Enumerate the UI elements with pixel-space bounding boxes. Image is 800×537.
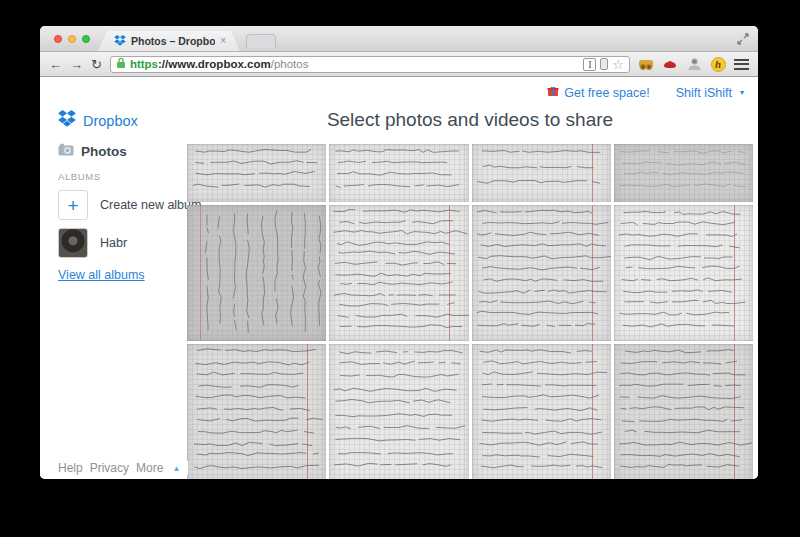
browser-toolbar: ← → ↻ https://www.dropbox.com/photos I ☆ <box>40 52 758 77</box>
account-menu[interactable]: Shift iShift ▾ <box>676 86 744 100</box>
dropbox-photos-page: Get free space! Shift iShift ▾ <box>40 78 758 479</box>
habr-extension-icon[interactable]: h <box>710 56 726 72</box>
account-label: Shift iShift <box>676 86 732 100</box>
menu-icon[interactable] <box>734 59 749 70</box>
photo-thumbnail[interactable] <box>187 205 326 341</box>
fullscreen-icon[interactable] <box>737 33 749 45</box>
brand-label: Dropbox <box>83 113 138 129</box>
photo-thumbnail[interactable] <box>187 344 326 479</box>
photo-thumbnail[interactable] <box>614 205 753 341</box>
title-bar[interactable]: Photos – Dropbox × <box>40 26 758 52</box>
new-tab-button[interactable] <box>246 34 276 48</box>
url-scheme: https <box>130 58 158 70</box>
reload-button[interactable]: ↻ <box>91 58 102 71</box>
zoom-button[interactable] <box>82 35 90 43</box>
view-all-albums-link[interactable]: View all albums <box>58 268 145 282</box>
photo-thumbnail[interactable] <box>472 344 611 479</box>
dropbox-logo-icon <box>58 110 76 131</box>
dropbox-brand-link[interactable]: Dropbox <box>58 110 138 131</box>
more-link[interactable]: More <box>136 461 163 475</box>
camera-icon <box>58 142 74 160</box>
bookmark-star-icon[interactable]: ☆ <box>612 58 624 71</box>
profile-extension-icon[interactable] <box>686 56 702 72</box>
gift-icon <box>547 85 559 100</box>
photo-thumbnail[interactable] <box>614 144 753 202</box>
forward-button[interactable]: → <box>70 58 83 71</box>
padlock-icon <box>116 57 126 71</box>
album-item-habr[interactable]: Habr <box>58 228 127 258</box>
chevron-down-icon: ▾ <box>740 88 744 97</box>
address-bar[interactable]: https://www.dropbox.com/photos I ☆ <box>110 56 630 73</box>
browser-tab[interactable]: Photos – Dropbox × <box>98 31 240 51</box>
photo-thumbnail[interactable] <box>472 144 611 202</box>
close-button[interactable] <box>54 35 62 43</box>
albums-section-label: ALBUMS <box>58 171 101 182</box>
photo-thumbnail[interactable] <box>329 205 468 341</box>
browser-window: Photos – Dropbox × ← → ↻ <box>40 26 758 479</box>
page-header: Get free space! Shift iShift ▾ <box>547 85 744 100</box>
photo-thumbnail[interactable] <box>329 344 468 479</box>
help-link[interactable]: Help <box>58 461 83 475</box>
album-name: Habr <box>100 236 127 250</box>
mobile-icon[interactable] <box>600 58 608 70</box>
promo-label: Get free space! <box>564 86 649 100</box>
get-free-space-link[interactable]: Get free space! <box>547 85 649 100</box>
collapse-caret-icon[interactable]: ▲ <box>172 464 180 473</box>
photo-grid <box>187 144 753 479</box>
photo-thumbnail[interactable] <box>614 344 753 479</box>
page-footer: Help Privacy More ▲ <box>58 461 188 475</box>
tab-title: Photos – Dropbox <box>131 35 215 47</box>
url-host: ://www.dropbox.com <box>158 58 271 70</box>
photo-thumbnail[interactable] <box>187 144 326 202</box>
dropbox-favicon-icon <box>114 32 126 50</box>
sidebar-item-photos[interactable]: Photos <box>58 142 127 160</box>
photos-label: Photos <box>81 144 127 159</box>
binoculars-extension-icon[interactable] <box>638 56 654 72</box>
habr-badge: h <box>711 57 726 72</box>
back-button[interactable]: ← <box>49 58 62 71</box>
photo-thumbnail[interactable] <box>329 144 468 202</box>
tab-close-icon[interactable]: × <box>220 36 226 46</box>
page-title: Select photos and videos to share <box>187 109 753 131</box>
create-new-album-button[interactable]: + Create new album <box>58 190 201 220</box>
plus-icon: + <box>58 190 88 220</box>
minimize-button[interactable] <box>68 35 76 43</box>
url-text: https://www.dropbox.com/photos <box>130 58 309 70</box>
reader-mode-icon[interactable]: I <box>583 58 596 71</box>
window-controls <box>54 35 90 43</box>
album-thumbnail <box>58 228 88 258</box>
photo-thumbnail[interactable] <box>472 205 611 341</box>
privacy-link[interactable]: Privacy <box>90 461 129 475</box>
url-path: /photos <box>271 58 309 70</box>
red-car-extension-icon[interactable] <box>662 56 678 72</box>
